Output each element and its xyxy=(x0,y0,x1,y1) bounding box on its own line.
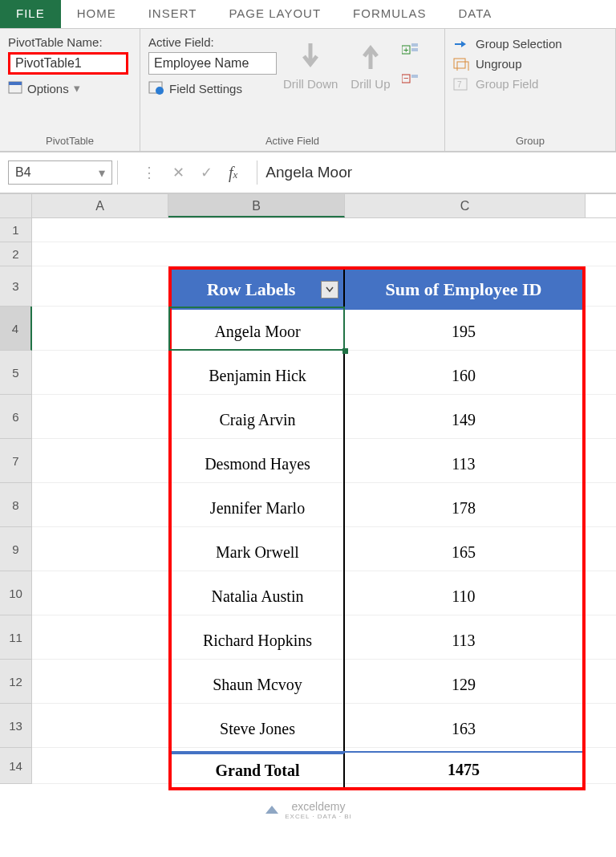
pivot-row-label: Jennifer Marlo xyxy=(172,486,345,530)
chevron-down-icon[interactable]: ▾ xyxy=(99,165,105,181)
group-field-label: Group Field xyxy=(476,77,538,91)
pivot-row-value: 110 xyxy=(345,575,582,619)
tab-formulas[interactable]: FORMULAS xyxy=(337,0,442,28)
row-header-7[interactable]: 7 xyxy=(0,439,32,483)
pivot-row[interactable]: Desmond Hayes113 xyxy=(172,442,582,486)
cancel-icon[interactable]: ✕ xyxy=(164,164,192,181)
cells-area[interactable]: Row Labels Sum of Employee ID Angela Moo… xyxy=(32,218,616,784)
col-header-B[interactable]: B xyxy=(168,194,345,217)
tab-file[interactable]: FILE xyxy=(0,0,61,28)
pivot-row[interactable]: Natalia Austin110 xyxy=(172,575,582,619)
svg-rect-11 xyxy=(454,59,465,68)
pivot-row[interactable]: Angela Moor195 xyxy=(172,310,582,354)
svg-text:7: 7 xyxy=(457,80,462,89)
name-box[interactable]: B4 ▾ xyxy=(8,160,112,185)
pivot-row-value: 149 xyxy=(345,398,582,442)
pivottable-name-input[interactable] xyxy=(8,52,128,75)
pivot-row-value: 113 xyxy=(345,442,582,486)
tab-insert[interactable]: INSERT xyxy=(132,0,213,28)
pivot-row[interactable]: Steve Jones163 xyxy=(172,707,582,751)
row-labels-text: Row Labels xyxy=(207,279,296,300)
pivot-row-value: 160 xyxy=(345,354,582,398)
row-header-13[interactable]: 13 xyxy=(0,704,32,748)
tab-home[interactable]: HOME xyxy=(61,0,132,28)
tab-data[interactable]: DATA xyxy=(442,0,508,28)
pivot-row[interactable]: Richard Hopkins113 xyxy=(172,619,582,663)
column-headers: A B C xyxy=(0,194,616,218)
pivottable-options-button[interactable]: Options ▾ xyxy=(8,81,132,95)
group-field-button: 7 Group Field xyxy=(453,77,607,91)
svg-rect-12 xyxy=(457,62,468,71)
row-labels-dropdown[interactable] xyxy=(321,281,338,299)
row-header-2[interactable]: 2 xyxy=(0,242,32,266)
pivot-row-label: Craig Arvin xyxy=(172,398,345,442)
drill-down-label: Drill Down xyxy=(283,77,338,91)
svg-point-3 xyxy=(156,87,164,95)
row-header-10[interactable]: 10 xyxy=(0,571,32,615)
active-field-input[interactable] xyxy=(148,52,277,75)
svg-rect-1 xyxy=(9,82,22,85)
formula-input[interactable] xyxy=(257,160,608,185)
fill-handle[interactable] xyxy=(342,348,348,354)
group-label-pivottable: PivotTable xyxy=(8,135,132,148)
drill-up-label: Drill Up xyxy=(351,77,390,91)
expand-collapse-buttons: + − xyxy=(397,35,424,116)
row-header-3[interactable]: 3 xyxy=(0,266,32,307)
row-headers: 1 2 3 4 5 6 7 8 9 10 11 12 13 14 xyxy=(0,218,32,784)
pivot-table: Row Labels Sum of Employee ID Angela Moo… xyxy=(168,266,586,790)
collapse-field-icon[interactable]: − xyxy=(402,72,419,85)
drill-up-button[interactable]: Drill Up xyxy=(344,35,396,116)
pivot-header-row-labels[interactable]: Row Labels xyxy=(172,270,345,310)
logo-icon xyxy=(264,802,280,818)
drill-down-button[interactable]: Drill Down xyxy=(277,35,344,116)
row-header-6[interactable]: 6 xyxy=(0,395,32,439)
enter-icon[interactable]: ✓ xyxy=(192,164,221,181)
row-header-14[interactable]: 14 xyxy=(0,748,32,784)
name-box-value: B4 xyxy=(15,165,31,180)
row-header-12[interactable]: 12 xyxy=(0,660,32,704)
row-header-1[interactable]: 1 xyxy=(0,218,32,242)
ungroup-icon xyxy=(453,58,469,71)
pivot-row-value: 178 xyxy=(345,486,582,530)
arrow-up-icon xyxy=(356,40,385,72)
formula-controls: ⋮ ✕ ✓ fx xyxy=(134,164,245,182)
chevron-down-icon: ▾ xyxy=(74,81,80,95)
pivot-row[interactable]: Mark Orwell165 xyxy=(172,530,582,575)
pivot-header-row: Row Labels Sum of Employee ID xyxy=(172,270,582,310)
grand-total-value: 1475 xyxy=(345,753,582,787)
ungroup-button[interactable]: Ungroup xyxy=(453,57,607,71)
dots-icon[interactable]: ⋮ xyxy=(134,164,164,181)
pivot-row-value: 163 xyxy=(345,707,582,751)
col-header-C[interactable]: C xyxy=(345,194,586,217)
row-header-8[interactable]: 8 xyxy=(0,483,32,527)
expand-field-icon[interactable]: + xyxy=(402,43,419,56)
pivot-row-label: Richard Hopkins xyxy=(172,619,345,663)
col-header-A[interactable]: A xyxy=(32,194,168,217)
pivot-row[interactable]: Jennifer Marlo178 xyxy=(172,486,582,530)
row-header-4[interactable]: 4 xyxy=(0,307,32,351)
watermark-name: exceldemy xyxy=(285,800,352,813)
pivot-row[interactable]: Craig Arvin149 xyxy=(172,398,582,442)
fx-icon[interactable]: fx xyxy=(221,164,245,182)
row-header-11[interactable]: 11 xyxy=(0,615,32,660)
pivot-row[interactable]: Benjamin Hick160 xyxy=(172,354,582,398)
row-header-9[interactable]: 9 xyxy=(0,527,32,571)
pivot-row-label: Desmond Hayes xyxy=(172,442,345,486)
pivot-row-value: 165 xyxy=(345,530,582,575)
pivot-row-label: Natalia Austin xyxy=(172,575,345,619)
group-field-icon: 7 xyxy=(453,78,469,91)
field-settings-button[interactable]: Field Settings xyxy=(148,81,277,95)
svg-rect-6 xyxy=(411,43,418,47)
watermark-sub: EXCEL · DATA · BI xyxy=(285,813,352,820)
tab-page-layout[interactable]: PAGE LAYOUT xyxy=(213,0,337,28)
ribbon-body: PivotTable Name: Options ▾ PivotTable Ac… xyxy=(0,28,616,152)
chevron-down-icon xyxy=(326,286,334,294)
group-selection-button[interactable]: Group Selection xyxy=(453,37,607,51)
pivot-header-sum[interactable]: Sum of Employee ID xyxy=(345,270,582,310)
ungroup-label: Ungroup xyxy=(476,57,522,71)
pivot-row[interactable]: Shaun Mcvoy129 xyxy=(172,663,582,707)
row-header-5[interactable]: 5 xyxy=(0,351,32,395)
pivot-row-label: Shaun Mcvoy xyxy=(172,663,345,707)
select-all-corner[interactable] xyxy=(0,194,32,217)
pivot-grand-total-row[interactable]: Grand Total 1475 xyxy=(172,751,582,787)
